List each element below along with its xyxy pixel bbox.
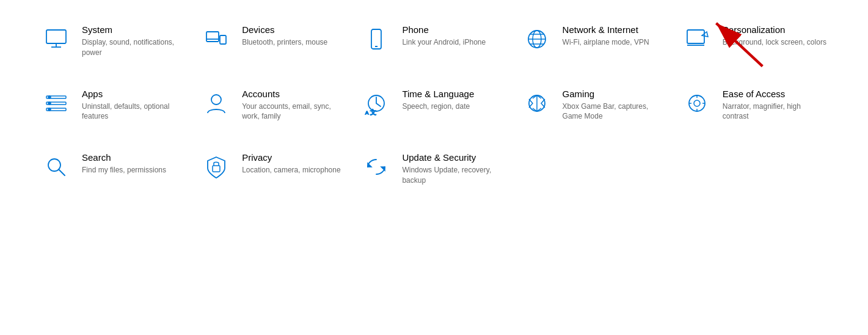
item-subtitle-time: Speech, region, date [402,101,474,112]
settings-item-ease[interactable]: Ease of Access Narrator, magnifier, high… [677,83,831,128]
update-icon [362,152,391,182]
item-title-accounts: Accounts [242,89,346,99]
item-text-apps: Apps Uninstall, defaults, optional featu… [82,89,186,122]
item-subtitle-devices: Bluetooth, printers, mouse [242,37,327,48]
settings-item-system[interactable]: System Display, sound, notifications, po… [37,18,191,64]
item-subtitle-search: Find my files, permissions [82,165,166,175]
personalization-icon [682,24,712,54]
item-text-time: Time & Language Speech, region, date [402,89,474,112]
svg-point-20 [48,108,51,111]
item-subtitle-phone: Link your Android, iPhone [402,37,486,48]
item-text-privacy: Privacy Location, camera, microphone [242,152,340,175]
settings-item-time[interactable]: A文 Time & Language Speech, region, date [357,83,511,128]
svg-rect-13 [687,30,704,43]
item-title-personalization: Personalization [723,24,826,35]
svg-point-18 [48,96,51,98]
item-text-devices: Devices Bluetooth, printers, mouse [242,24,327,48]
privacy-icon [202,152,231,182]
item-subtitle-update: Windows Update, recovery, backup [402,165,506,186]
svg-point-28 [694,100,700,106]
item-title-time: Time & Language [402,89,474,99]
svg-point-19 [48,102,51,105]
item-title-gaming: Gaming [563,89,666,99]
settings-item-network[interactable]: Network & Internet Wi-Fi, airplane mode,… [517,18,671,64]
settings-page: System Display, sound, notifications, po… [37,18,831,192]
ease-icon [682,89,712,118]
item-text-personalization: Personalization Background, lock screen,… [723,24,826,48]
item-title-system: System [82,24,186,35]
time-icon: A文 [362,89,391,118]
svg-rect-3 [206,32,219,42]
settings-item-search[interactable]: Search Find my files, permissions [37,146,191,192]
item-subtitle-privacy: Location, camera, microphone [242,165,340,175]
settings-item-personalization[interactable]: Personalization Background, lock screen,… [677,18,831,64]
item-subtitle-gaming: Xbox Game Bar, captures, Game Mode [563,101,666,122]
svg-text:A: A [365,110,369,116]
svg-marker-33 [381,167,385,171]
item-text-system: System Display, sound, notifications, po… [82,24,186,58]
item-subtitle-personalization: Background, lock screen, colors [723,37,826,48]
svg-line-30 [59,169,65,175]
item-text-search: Search Find my files, permissions [82,152,166,175]
item-text-ease: Ease of Access Narrator, magnifier, high… [723,89,826,122]
settings-item-phone[interactable]: Phone Link your Android, iPhone [357,18,511,64]
item-text-gaming: Gaming Xbox Game Bar, captures, Game Mod… [563,89,666,122]
svg-point-21 [211,95,221,105]
item-title-ease: Ease of Access [723,89,826,99]
network-icon [522,24,552,54]
item-title-update: Update & Security [402,152,506,163]
phone-icon [362,24,391,54]
svg-rect-0 [46,30,66,43]
item-text-network: Network & Internet Wi-Fi, airplane mode,… [563,24,649,48]
gaming-icon [522,89,552,118]
search-icon [42,152,71,182]
settings-item-update[interactable]: Update & Security Windows Update, recove… [357,146,511,192]
settings-item-gaming[interactable]: Gaming Xbox Game Bar, captures, Game Mod… [517,83,671,128]
settings-grid: System Display, sound, notifications, po… [37,18,831,192]
item-text-accounts: Accounts Your accounts, email, sync, wor… [242,89,346,122]
svg-rect-31 [213,166,220,172]
item-subtitle-apps: Uninstall, defaults, optional features [82,101,186,122]
svg-marker-32 [368,163,371,167]
accounts-icon [202,89,231,118]
settings-item-devices[interactable]: Devices Bluetooth, printers, mouse [197,18,351,64]
item-subtitle-network: Wi-Fi, airplane mode, VPN [563,37,649,48]
devices-icon [202,24,231,54]
item-subtitle-accounts: Your accounts, email, sync, work, family [242,101,346,122]
item-title-apps: Apps [82,89,186,99]
settings-item-apps[interactable]: Apps Uninstall, defaults, optional featu… [37,83,191,128]
item-subtitle-ease: Narrator, magnifier, high contrast [723,101,826,122]
item-title-privacy: Privacy [242,152,340,163]
system-icon [42,24,71,54]
svg-rect-4 [220,35,226,44]
item-title-phone: Phone [402,24,486,35]
settings-item-accounts[interactable]: Accounts Your accounts, email, sync, wor… [197,83,351,128]
item-title-search: Search [82,152,166,163]
apps-icon [42,89,71,118]
settings-item-privacy[interactable]: Privacy Location, camera, microphone [197,146,351,192]
item-title-devices: Devices [242,24,327,35]
item-subtitle-system: Display, sound, notifications, power [82,37,186,58]
item-text-phone: Phone Link your Android, iPhone [402,24,486,48]
item-text-update: Update & Security Windows Update, recove… [402,152,506,186]
svg-text:文: 文 [370,109,376,116]
item-title-network: Network & Internet [563,24,649,35]
